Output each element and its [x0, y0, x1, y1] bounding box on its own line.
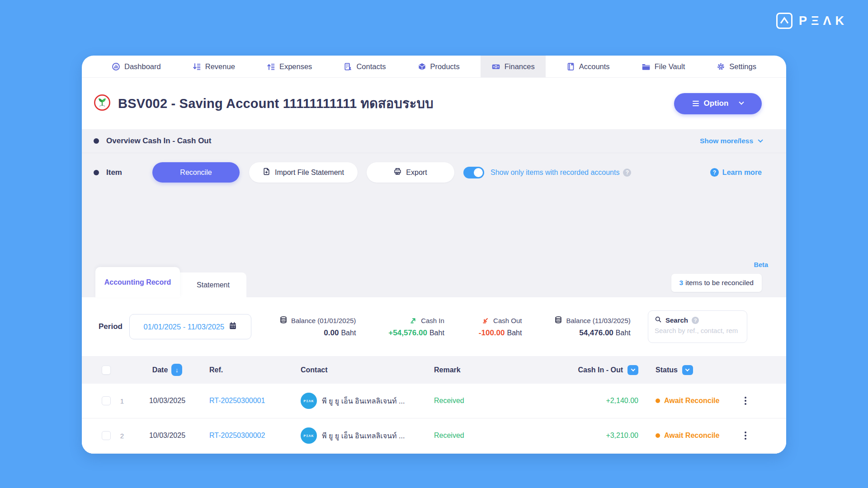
reconcile-count: 3	[679, 279, 684, 287]
peak-logo-icon	[776, 13, 793, 29]
settings-icon	[717, 62, 725, 71]
show-more-less-toggle[interactable]: Show more/less	[700, 137, 761, 145]
chevron-down-icon	[758, 137, 763, 142]
row-menu-kebab[interactable]	[733, 397, 786, 405]
nav-item-contacts[interactable]: Contacts	[333, 56, 396, 77]
nav-item-label: Revenue	[205, 62, 235, 71]
coins-icon	[279, 316, 288, 325]
reconcile-button[interactable]: Reconcile	[152, 162, 240, 183]
table-body: 1 10/03/2025 RT-20250300001 PΞΛKพี ยู ยู…	[82, 384, 786, 454]
contact-name: พี ยู ยู เอ็น อินเทลลิเจนท์ ...	[322, 395, 405, 407]
coins-icon	[554, 316, 562, 325]
row-amount: +2,140.00	[531, 397, 638, 405]
nav-item-label: Accounts	[579, 62, 610, 71]
status-dot-icon	[656, 399, 660, 403]
records-panel: Period 01/01/2025 - 11/03/2025 Balance (…	[82, 297, 786, 454]
row-checkbox[interactable]	[102, 431, 111, 440]
nav-item-finances[interactable]: Finances	[481, 56, 546, 77]
nav-item-products[interactable]: Products	[407, 56, 471, 77]
date-sort-button[interactable]: ↓	[171, 364, 182, 376]
chevron-down-icon	[739, 100, 744, 105]
period-label: Period	[99, 322, 123, 331]
amount-filter-button[interactable]	[627, 365, 638, 375]
help-icon[interactable]: ?	[623, 169, 631, 177]
peak-brand-logo: PΞΛK	[776, 13, 848, 29]
revenue-icon	[193, 62, 201, 71]
contacts-icon	[344, 62, 352, 71]
recorded-accounts-toggle[interactable]	[463, 167, 484, 178]
cash-in-icon	[410, 316, 417, 325]
row-checkbox[interactable]	[102, 396, 111, 405]
row-status: Await Reconcile	[638, 432, 733, 440]
tab-statement[interactable]: Statement	[180, 272, 246, 297]
opening-balance-block: Balance (01/01/2025) 0.00Baht	[279, 316, 356, 338]
item-title: Item	[106, 168, 122, 177]
export-button[interactable]: Export	[367, 162, 454, 183]
nav-item-dashboard[interactable]: Dashboard	[101, 56, 172, 77]
import-file-statement-button[interactable]: Import File Statement	[249, 162, 358, 183]
nav-item-label: Dashboard	[124, 62, 161, 71]
col-remark: Remark	[434, 366, 531, 374]
finances-icon	[491, 62, 500, 71]
products-icon	[418, 62, 426, 71]
search-input[interactable]	[655, 327, 741, 334]
table-row: 1 10/03/2025 RT-20250300001 PΞΛKพี ยู ยู…	[82, 384, 786, 418]
import-file-icon	[263, 168, 270, 177]
search-help-icon[interactable]: ?	[692, 317, 699, 324]
question-circle-icon: ?	[710, 168, 719, 177]
nav-item-label: Products	[430, 62, 460, 71]
main-card: Dashboard Revenue Expenses Contacts Prod…	[82, 56, 786, 454]
printer-icon	[394, 168, 401, 177]
select-all-checkbox[interactable]	[102, 366, 111, 375]
nav-item-file-vault[interactable]: File Vault	[631, 56, 696, 77]
row-menu-kebab[interactable]	[733, 432, 786, 440]
period-date-range-input[interactable]: 01/01/2025 - 11/03/2025	[129, 314, 251, 339]
overview-bar: Overview Cash In - Cash Out Show more/le…	[82, 129, 786, 153]
content-section: Overview Cash In - Cash Out Show more/le…	[82, 129, 786, 453]
status-filter-button[interactable]	[682, 365, 693, 375]
nav-item-revenue[interactable]: Revenue	[182, 56, 246, 77]
accounts-icon	[566, 62, 575, 71]
tab-accounting-record[interactable]: Accounting Record	[95, 267, 180, 297]
recorded-accounts-toggle-label: Show only items with recorded accounts	[491, 169, 619, 177]
cash-out-block: Cash Out -100.00Baht	[479, 316, 522, 338]
nav-item-accounts[interactable]: Accounts	[556, 56, 621, 77]
search-box[interactable]: Search ?	[648, 310, 747, 343]
col-date: Date	[152, 366, 168, 374]
section-bullet	[94, 138, 99, 144]
search-icon	[655, 316, 662, 324]
status-dot-icon	[656, 433, 660, 438]
menu-bars-icon	[693, 101, 699, 106]
bank-logo-icon	[94, 94, 111, 113]
nav-item-expenses[interactable]: Expenses	[256, 56, 323, 77]
row-remark: Received	[434, 397, 531, 405]
learn-more-link[interactable]: ? Learn more	[707, 168, 762, 177]
col-amount: Cash In - Out	[578, 366, 623, 374]
expenses-icon	[267, 62, 275, 71]
contact-avatar: PΞΛK	[301, 427, 317, 444]
search-label: Search	[665, 316, 688, 324]
cash-in-block: Cash In +54,576.00Baht	[388, 316, 444, 338]
section-bullet	[94, 170, 99, 175]
nav-item-label: Contacts	[356, 62, 386, 71]
table-header: Date ↓ Ref. Contact Remark Cash In - Out…	[82, 356, 786, 384]
ref-link[interactable]: RT-20250300001	[209, 397, 265, 405]
row-number: 1	[115, 397, 129, 405]
row-date: 10/03/2025	[129, 397, 206, 405]
contact-avatar: PΞΛK	[301, 393, 317, 409]
nav-item-label: Finances	[505, 62, 535, 71]
file-vault-icon	[642, 62, 651, 71]
row-status: Await Reconcile	[638, 397, 733, 405]
item-toolbar: Item Reconcile Import File Statement Exp…	[82, 153, 786, 192]
ref-link[interactable]: RT-20250300002	[209, 432, 265, 440]
nav-item-label: File Vault	[655, 62, 685, 71]
option-button[interactable]: Option	[674, 93, 762, 114]
top-nav: Dashboard Revenue Expenses Contacts Prod…	[82, 56, 786, 78]
row-remark: Received	[434, 432, 531, 440]
account-header: BSV002 - Saving Account 11111111111 ทดสอ…	[82, 78, 786, 129]
nav-item-settings[interactable]: Settings	[706, 56, 767, 77]
nav-item-label: Settings	[729, 62, 756, 71]
contact-name: พี ยู ยู เอ็น อินเทลลิเจนท์ ...	[322, 430, 405, 441]
beta-badge: Beta	[754, 261, 768, 268]
row-number: 2	[115, 432, 129, 440]
